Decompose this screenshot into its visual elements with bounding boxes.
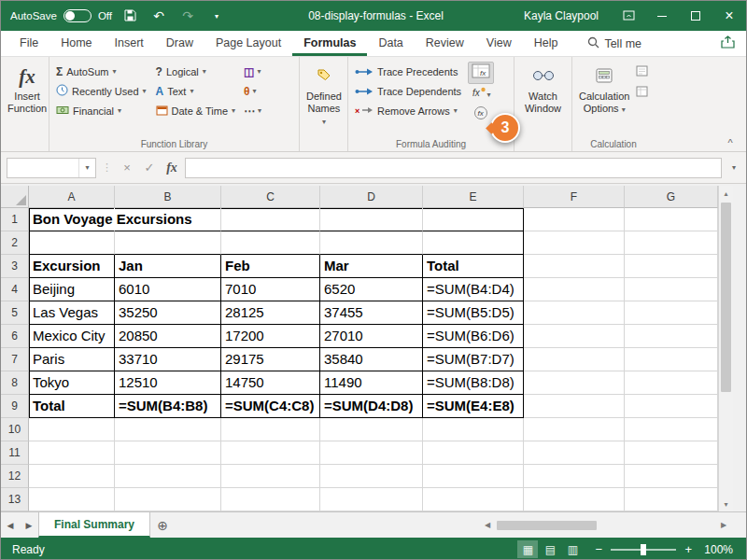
cell-B11[interactable] xyxy=(115,441,221,465)
cell-D9[interactable]: =SUM(D4:D8) xyxy=(320,395,423,418)
more-functions-button[interactable]: ⋯ ▾ xyxy=(240,101,265,120)
cell-C9[interactable]: =SUM(C4:C8) xyxy=(221,395,320,418)
cell-B9[interactable]: =SUM(B4:B8) xyxy=(115,395,221,418)
cell-F2[interactable] xyxy=(524,231,625,255)
cell-A6[interactable]: Mexico City xyxy=(29,325,115,348)
cell-F7[interactable] xyxy=(524,348,625,371)
row-header-3[interactable]: 3 xyxy=(1,255,29,278)
cell-E8[interactable]: =SUM(B8:D8) xyxy=(423,371,524,395)
zoom-out-button[interactable]: − xyxy=(592,542,605,556)
column-header-E[interactable]: E xyxy=(423,186,524,208)
vertical-scrollbar[interactable]: ▴ ▾ xyxy=(718,186,733,511)
cell-B6[interactable]: 20850 xyxy=(115,325,221,348)
name-box-input[interactable] xyxy=(7,161,78,175)
cell-F3[interactable] xyxy=(524,255,625,278)
cell-C1[interactable] xyxy=(221,208,320,231)
sheet-scroll-right-button[interactable]: ▶ xyxy=(20,512,38,538)
sheet-scroll-left-button[interactable]: ◀ xyxy=(1,512,20,538)
remove-arrows-button[interactable]: × Remove Arrows ▾ xyxy=(350,101,466,120)
tab-file[interactable]: File xyxy=(8,32,49,56)
tab-final-summary[interactable]: Final Summary xyxy=(38,512,150,538)
cell-A9[interactable]: Total xyxy=(29,395,115,418)
trace-dependents-button[interactable]: Trace Dependents xyxy=(350,81,466,101)
math-trig-button[interactable]: θ ▾ xyxy=(240,81,265,101)
tab-formulas[interactable]: Formulas xyxy=(292,32,367,56)
cell-B4[interactable]: 6010 xyxy=(115,278,221,301)
cell-C2[interactable] xyxy=(221,231,320,255)
cell-E1[interactable] xyxy=(423,208,524,231)
cell-G5[interactable] xyxy=(625,301,718,325)
cell-E13[interactable] xyxy=(423,488,524,511)
cell-C10[interactable] xyxy=(221,418,320,441)
row-header-5[interactable]: 5 xyxy=(1,301,29,325)
date-time-button[interactable]: Date & Time ▾ xyxy=(151,101,241,120)
tab-data[interactable]: Data xyxy=(367,32,414,56)
column-header-A[interactable]: A xyxy=(29,186,115,208)
cell-E3[interactable]: Total xyxy=(423,255,524,278)
vertical-scroll-thumb[interactable] xyxy=(721,203,731,392)
formula-input[interactable] xyxy=(186,159,721,177)
cell-E7[interactable]: =SUM(B7:D7) xyxy=(423,348,524,371)
tell-me[interactable]: Tell me xyxy=(576,32,653,56)
cell-F10[interactable] xyxy=(524,418,625,441)
cell-G13[interactable] xyxy=(625,488,718,511)
cell-D7[interactable]: 35840 xyxy=(320,348,423,371)
zoom-slider-thumb[interactable] xyxy=(641,544,646,555)
cell-B13[interactable] xyxy=(115,488,221,511)
cell-G3[interactable] xyxy=(625,255,718,278)
calculate-sheet-button[interactable] xyxy=(636,84,648,101)
calculation-options-button[interactable]: Calculation Options ▾ xyxy=(574,60,634,137)
cell-D13[interactable] xyxy=(320,488,423,511)
cell-C5[interactable]: 28125 xyxy=(221,301,320,325)
cell-A4[interactable]: Beijing xyxy=(29,278,115,301)
enter-button[interactable]: ✓ xyxy=(140,159,159,177)
text-button[interactable]: A Text ▾ xyxy=(151,81,241,101)
cell-B3[interactable]: Jan xyxy=(115,255,221,278)
view-page-layout-button[interactable]: ▤ xyxy=(540,540,560,558)
column-header-D[interactable]: D xyxy=(320,186,423,208)
autosum-button[interactable]: Σ AutoSum ▾ xyxy=(51,62,151,81)
new-sheet-button[interactable]: ⊕ xyxy=(150,512,175,538)
cell-E11[interactable] xyxy=(423,441,524,465)
cell-C7[interactable]: 29175 xyxy=(221,348,320,371)
cell-B12[interactable] xyxy=(115,465,221,488)
cell-F12[interactable] xyxy=(524,465,625,488)
tab-review[interactable]: Review xyxy=(415,32,475,56)
evaluate-formula-button[interactable]: fx xyxy=(468,105,494,125)
cell-B2[interactable] xyxy=(115,231,221,255)
financial-button[interactable]: Financial ▾ xyxy=(51,101,151,120)
cell-C4[interactable]: 7010 xyxy=(221,278,320,301)
cell-C13[interactable] xyxy=(221,488,320,511)
cell-G4[interactable] xyxy=(625,278,718,301)
redo-button[interactable]: ↷ xyxy=(176,5,199,27)
cell-C8[interactable]: 14750 xyxy=(221,371,320,395)
cell-F6[interactable] xyxy=(524,325,625,348)
column-header-G[interactable]: G xyxy=(625,186,718,208)
save-button[interactable] xyxy=(119,5,141,27)
insert-function-fx-button[interactable]: fx xyxy=(162,159,181,177)
name-box[interactable]: ▾ xyxy=(7,158,96,178)
cell-C3[interactable]: Feb xyxy=(221,255,320,278)
tab-insert[interactable]: Insert xyxy=(104,32,155,56)
error-checking-button[interactable]: fx ▾ xyxy=(468,84,494,105)
cell-A8[interactable]: Tokyo xyxy=(29,371,115,395)
autosave-toggle[interactable] xyxy=(63,9,92,22)
ribbon-display-options-button[interactable] xyxy=(612,1,645,31)
insert-function-button[interactable]: fx Insert Function xyxy=(3,60,51,150)
cell-F11[interactable] xyxy=(524,441,625,465)
cell-G11[interactable] xyxy=(625,441,718,465)
defined-names-button[interactable]: Defined Names ▾ xyxy=(302,60,346,150)
logical-button[interactable]: ? Logical ▾ xyxy=(151,62,241,81)
row-header-7[interactable]: 7 xyxy=(1,348,29,371)
view-page-break-button[interactable]: ▥ xyxy=(562,540,583,558)
show-formulas-button[interactable]: fx xyxy=(468,62,494,84)
collapse-ribbon-button[interactable]: ^ xyxy=(722,137,739,148)
cell-D3[interactable]: Mar xyxy=(320,255,423,278)
watch-window-button[interactable]: Watch Window xyxy=(520,60,566,150)
scroll-down-button[interactable]: ▾ xyxy=(719,497,733,511)
customize-quick-access-button[interactable]: ▾ xyxy=(205,5,228,27)
view-normal-button[interactable]: ▦ xyxy=(517,540,538,558)
cell-A3[interactable]: Excursion xyxy=(29,255,115,278)
cell-E5[interactable]: =SUM(B5:D5) xyxy=(423,301,524,325)
cell-F9[interactable] xyxy=(524,395,625,418)
